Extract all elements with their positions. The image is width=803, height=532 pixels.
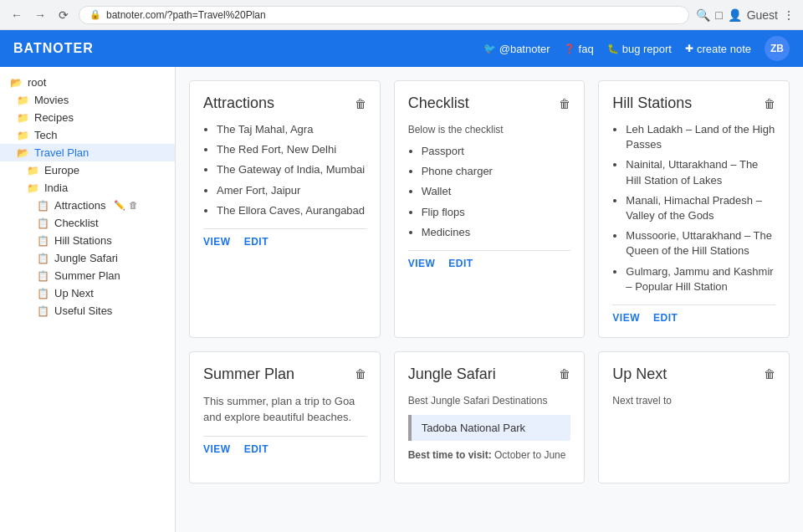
- faq-link[interactable]: faq: [564, 43, 594, 55]
- hill-stations-actions: VIEW EDIT: [612, 304, 775, 324]
- up-next-card: Up Next 🗑 Next travel to: [598, 351, 790, 483]
- menu-icon[interactable]: ⋮: [783, 8, 795, 22]
- hill-stations-view-button[interactable]: VIEW: [612, 312, 640, 324]
- checklist-view-button[interactable]: VIEW: [408, 258, 436, 269]
- list-item: Nainital, Uttarakhand – The Hill Station…: [626, 157, 775, 187]
- sidebar-item-root[interactable]: 📂 root: [0, 74, 175, 91]
- folder-icon: 📁: [27, 182, 39, 194]
- checklist-actions: VIEW EDIT: [408, 250, 571, 269]
- folder-icon: 📁: [17, 130, 29, 141]
- browser-chrome: ← → ⟳ 🔒 batnoter.com/?path=Travel%20Plan…: [0, 0, 803, 30]
- sidebar-label-hill-stations: Hill Stations: [54, 234, 112, 247]
- profile-icon[interactable]: 👤: [728, 8, 742, 22]
- url-text: batnoter.com/?path=Travel%20Plan: [106, 9, 678, 21]
- note-icon: 📋: [37, 288, 49, 299]
- checklist-list: Passport Phone charger Wallet Flip flops…: [408, 144, 571, 240]
- user-avatar[interactable]: ZB: [765, 36, 790, 61]
- hill-stations-edit-button[interactable]: EDIT: [653, 312, 678, 324]
- list-item: Mussoorie, Uttarakhand – The Queen of th…: [626, 228, 775, 258]
- content-area: Attractions 🗑 The Taj Mahal, Agra The Re…: [176, 67, 803, 532]
- hill-stations-list: Leh Ladakh – Land of the High Passes Nai…: [612, 122, 775, 294]
- up-next-title: Up Next: [612, 366, 667, 383]
- attractions-edit-button[interactable]: EDIT: [244, 236, 269, 248]
- address-bar[interactable]: 🔒 batnoter.com/?path=Travel%20Plan: [79, 6, 689, 24]
- guest-label: Guest: [747, 8, 778, 22]
- sidebar-item-europe[interactable]: 📁 Europe: [0, 161, 175, 179]
- attractions-list: The Taj Mahal, Agra The Red Fort, New De…: [203, 122, 366, 218]
- up-next-delete-button[interactable]: 🗑: [764, 367, 775, 381]
- sidebar-item-attractions[interactable]: 📋 Attractions ✏️ 🗑: [0, 197, 175, 214]
- list-item: The Gateway of India, Mumbai: [217, 162, 366, 177]
- safari-best-time-value: October to June: [494, 449, 565, 461]
- sidebar-item-india[interactable]: 📁 India: [0, 179, 175, 197]
- hill-stations-card: Hill Stations 🗑 Leh Ladakh – Land of the…: [598, 80, 790, 338]
- jungle-safari-card: Jungle Safari 🗑 Best Jungle Safari Desti…: [394, 351, 586, 483]
- sidebar: 📂 root 📁 Movies 📁 Recipes 📁 Tech 📂 Trave…: [0, 67, 176, 532]
- list-item: Amer Fort, Jaipur: [217, 183, 366, 198]
- sidebar-item-tech[interactable]: 📁 Tech: [0, 126, 175, 144]
- safari-best-time: Best time to visit: October to June: [408, 448, 571, 463]
- list-item: Medicines: [422, 225, 571, 240]
- checklist-edit-button[interactable]: EDIT: [448, 258, 473, 269]
- sidebar-item-useful-sites[interactable]: 📋 Useful Sites: [0, 302, 175, 320]
- note-icon: 📋: [37, 305, 49, 317]
- sidebar-label-tech: Tech: [34, 129, 57, 141]
- summer-plan-edit-button[interactable]: EDIT: [244, 443, 269, 455]
- lock-icon: 🔒: [90, 9, 101, 20]
- summer-plan-title: Summer Plan: [203, 366, 294, 383]
- checklist-delete-button[interactable]: 🗑: [559, 97, 570, 110]
- list-item: The Ellora Caves, Aurangabad: [217, 203, 366, 218]
- summer-plan-delete-button[interactable]: 🗑: [355, 367, 366, 381]
- checklist-title: Checklist: [408, 95, 469, 112]
- safari-park-name: Tadoba National Park: [422, 422, 525, 434]
- sidebar-item-travel-plan[interactable]: 📂 Travel Plan: [0, 144, 175, 161]
- attractions-title: Attractions: [203, 95, 274, 112]
- list-item: The Taj Mahal, Agra: [217, 122, 366, 137]
- forward-button[interactable]: →: [32, 7, 49, 23]
- sidebar-item-movies[interactable]: 📁 Movies: [0, 91, 175, 109]
- hill-stations-card-header: Hill Stations 🗑: [612, 95, 775, 112]
- note-icon: 📋: [37, 235, 49, 247]
- note-icon: 📋: [37, 253, 49, 264]
- summer-plan-view-button[interactable]: VIEW: [203, 443, 231, 455]
- sidebar-label-checklist: Checklist: [54, 217, 99, 229]
- list-item: The Red Fort, New Delhi: [217, 142, 366, 157]
- checklist-card: Checklist 🗑 Below is the checklist Passp…: [394, 80, 586, 338]
- main-layout: 📂 root 📁 Movies 📁 Recipes 📁 Tech 📂 Trave…: [0, 67, 803, 532]
- summer-plan-actions: VIEW EDIT: [203, 436, 366, 455]
- search-icon[interactable]: 🔍: [696, 8, 710, 22]
- list-item: Leh Ladakh – Land of the High Passes: [626, 122, 775, 152]
- app-header: BATNOTER @batnoter faq bug report create…: [0, 30, 803, 67]
- hill-stations-delete-button[interactable]: 🗑: [764, 97, 775, 110]
- up-next-card-header: Up Next 🗑: [612, 366, 775, 383]
- bookmark-icon[interactable]: □: [715, 8, 722, 22]
- jungle-safari-delete-button[interactable]: 🗑: [559, 367, 570, 381]
- back-button[interactable]: ←: [8, 7, 25, 23]
- sidebar-item-jungle-safari[interactable]: 📋 Jungle Safari: [0, 249, 175, 267]
- folder-icon: 📁: [17, 112, 29, 124]
- sidebar-item-recipes[interactable]: 📁 Recipes: [0, 109, 175, 126]
- reload-button[interactable]: ⟳: [55, 7, 72, 23]
- create-note-link[interactable]: create note: [685, 43, 751, 55]
- twitter-link[interactable]: @batnoter: [483, 43, 550, 55]
- edit-icon[interactable]: ✏️: [114, 200, 125, 211]
- attractions-view-button[interactable]: VIEW: [203, 236, 231, 248]
- sidebar-item-up-next[interactable]: 📋 Up Next: [0, 284, 175, 302]
- sidebar-label-india: India: [44, 182, 68, 194]
- sidebar-label-useful-sites: Useful Sites: [54, 304, 112, 317]
- bug-report-link[interactable]: bug report: [607, 43, 672, 55]
- sidebar-label-europe: Europe: [44, 164, 79, 176]
- sidebar-item-hill-stations[interactable]: 📋 Hill Stations: [0, 232, 175, 249]
- delete-icon[interactable]: 🗑: [129, 200, 138, 211]
- header-nav: @batnoter faq bug report create note ZB: [483, 36, 790, 61]
- checklist-card-header: Checklist 🗑: [408, 95, 571, 112]
- note-icon: 📋: [37, 270, 49, 282]
- attractions-delete-button[interactable]: 🗑: [355, 97, 366, 110]
- safari-best-time-label: Best time to visit:: [408, 449, 492, 461]
- note-icon: 📋: [37, 200, 49, 212]
- sidebar-item-checklist[interactable]: 📋 Checklist: [0, 214, 175, 232]
- attractions-card: Attractions 🗑 The Taj Mahal, Agra The Re…: [189, 80, 381, 338]
- sidebar-item-summer-plan[interactable]: 📋 Summer Plan: [0, 267, 175, 284]
- checklist-intro: Below is the checklist: [408, 122, 571, 137]
- folder-open-icon: 📂: [17, 147, 29, 159]
